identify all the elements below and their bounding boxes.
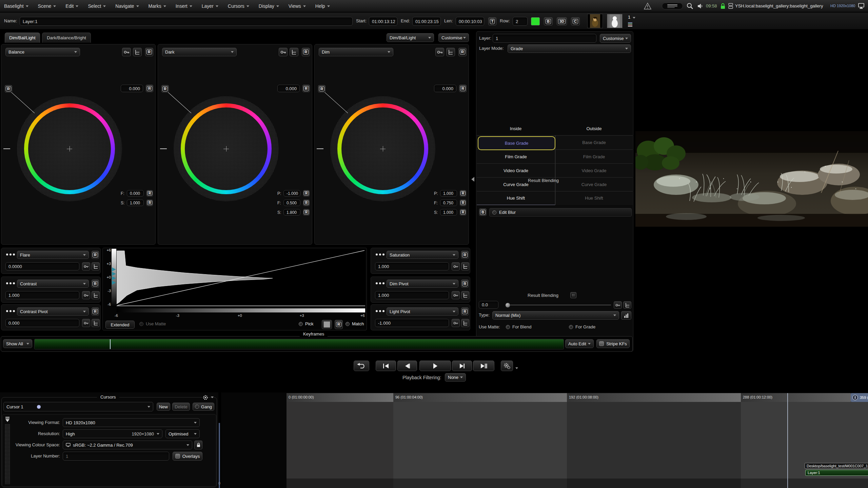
play-button[interactable] xyxy=(419,361,451,371)
param-value[interactable]: 1.000 xyxy=(440,209,457,216)
reset-button[interactable]: R xyxy=(461,307,469,316)
playback-settings-button[interactable] xyxy=(501,361,513,371)
resolution-select[interactable]: High1920×1080 xyxy=(63,429,162,438)
reset-button[interactable]: R xyxy=(460,200,466,206)
len-input[interactable]: 00:00:10:03 xyxy=(456,17,484,26)
reset-button[interactable]: R xyxy=(92,280,99,288)
for-grade-toggle[interactable]: For Grade xyxy=(569,324,595,329)
key-icon[interactable] xyxy=(82,291,90,299)
menu-marks[interactable]: Marks xyxy=(149,3,166,9)
grade-cell-inside-hue[interactable]: Hue Shift xyxy=(477,191,555,205)
chevron-down-icon[interactable] xyxy=(633,17,635,19)
clip-layer-bar[interactable]: Layer:1 xyxy=(805,470,868,476)
key-icon[interactable] xyxy=(82,319,90,327)
key-icon[interactable] xyxy=(452,319,460,327)
layer-number-input[interactable]: 1 xyxy=(63,452,169,461)
strip-dots-icon[interactable] xyxy=(376,282,384,284)
grade-cell-outside-curve[interactable]: Curve Grade xyxy=(555,178,633,191)
dim-pivot-select[interactable]: Dim Pivot xyxy=(387,280,458,288)
balance-master-value[interactable]: 0.000 xyxy=(121,85,143,92)
strip-dots-icon[interactable] xyxy=(376,310,384,312)
key-icon[interactable] xyxy=(279,48,288,56)
result-blending-options-icon[interactable] xyxy=(570,292,576,298)
master-reset-button[interactable]: R xyxy=(318,85,326,93)
menu-help[interactable]: Help xyxy=(315,3,330,9)
keyframe-playhead-line[interactable] xyxy=(110,339,111,349)
menu-layer[interactable]: Layer xyxy=(202,3,218,9)
stereo-3d-button[interactable]: 3D xyxy=(557,17,567,25)
playback-filtering-select[interactable]: None xyxy=(445,373,466,382)
contrast-select[interactable]: Contrast xyxy=(17,280,89,288)
param-value[interactable]: 0.500 xyxy=(283,200,300,206)
chevron-down-icon[interactable] xyxy=(515,367,518,369)
playhead-frame-box[interactable]: 359 (01:00:14:23) xyxy=(851,393,868,402)
undo-button[interactable] xyxy=(354,361,369,371)
reset-button[interactable]: R xyxy=(92,251,99,259)
row-input[interactable]: 2 xyxy=(513,17,528,26)
resolution-mode-select[interactable]: Optimised xyxy=(165,429,200,438)
strip-dots-icon[interactable] xyxy=(6,253,15,256)
cursor-gang-toggle[interactable]: Gang xyxy=(193,403,214,411)
gallery-layer-count[interactable]: 1 xyxy=(628,15,630,20)
end-input[interactable]: 01:00:23:15 xyxy=(412,17,441,26)
match-toggle[interactable]: Match xyxy=(346,321,364,326)
reset-button[interactable]: R xyxy=(92,307,99,316)
stripe-kfs-toggle[interactable]: Stripe KFs xyxy=(596,339,630,348)
curve-editor-icon[interactable] xyxy=(623,301,631,309)
keyframes-auto-edit-select[interactable]: Auto Edit xyxy=(565,339,594,348)
key-icon[interactable] xyxy=(435,48,444,56)
bypass-button[interactable]: B xyxy=(544,17,553,25)
curve-editor-icon[interactable] xyxy=(92,262,100,270)
search-icon[interactable] xyxy=(686,2,694,10)
overlays-toggle[interactable]: Overlays xyxy=(173,452,202,461)
master-slider-tick[interactable] xyxy=(317,148,323,149)
master-reset-button[interactable]: R xyxy=(5,85,12,93)
dim-pivot-value[interactable]: 1.000 xyxy=(375,291,449,299)
menu-navigate[interactable]: Navigate xyxy=(115,3,139,9)
menu-cursors[interactable]: Cursors xyxy=(228,3,249,9)
menu-edit[interactable]: Edit xyxy=(65,3,78,9)
reset-button[interactable]: R xyxy=(303,200,310,206)
cursors-scrollbar[interactable] xyxy=(219,423,220,488)
blend-type-select[interactable]: Normal (Mix) xyxy=(492,311,619,320)
warning-icon[interactable] xyxy=(644,2,652,10)
blend-amount-input[interactable]: 0.0 xyxy=(479,301,498,309)
name-input[interactable]: Layer:1 xyxy=(20,17,353,26)
viewing-format-select[interactable]: HD 1920x1080 xyxy=(63,418,200,427)
for-blend-toggle[interactable]: For Blend xyxy=(506,324,531,329)
pin-icon[interactable] xyxy=(4,416,11,423)
reset-button[interactable]: R xyxy=(146,85,153,92)
master-slider-tick[interactable] xyxy=(160,148,167,149)
param-value[interactable]: 1.000 xyxy=(440,190,457,197)
contrast-value[interactable]: 1.000 xyxy=(5,291,79,299)
curve-editor-icon[interactable] xyxy=(461,291,469,299)
keyframes-show-all-select[interactable]: Show All xyxy=(3,339,32,348)
gear-icon[interactable] xyxy=(201,394,210,401)
menu-baselight[interactable]: Baselight xyxy=(4,3,28,9)
gallery-thumbnail-colour[interactable] xyxy=(587,14,603,28)
grade-cell-outside-video[interactable]: Video Grade xyxy=(555,164,633,177)
extended-toggle[interactable]: Extended xyxy=(105,321,135,329)
light-pivot-value[interactable]: -1.000 xyxy=(375,319,449,327)
reset-button[interactable]: R xyxy=(458,48,467,56)
cursor-new-button[interactable]: New xyxy=(157,403,170,411)
pick-toggle[interactable]: Pick xyxy=(299,321,314,326)
tab-dim-bal-light[interactable]: Dim/Bal/Light xyxy=(5,33,40,43)
dark-wheel-select[interactable]: Dark xyxy=(162,48,237,56)
key-icon[interactable] xyxy=(82,262,90,270)
reset-button[interactable]: R xyxy=(461,280,469,288)
contrast-pivot-value[interactable]: 0.000 xyxy=(5,319,79,327)
param-value[interactable]: 1.800 xyxy=(283,209,300,216)
dim-wheel-select[interactable]: Dim xyxy=(319,48,393,56)
menu-insert[interactable]: Insert xyxy=(176,3,192,9)
timeline-ruler[interactable]: 0 (01:00:00:00) 96 (01:00:04:00) 192 (01… xyxy=(287,393,868,402)
drag-texture-strip[interactable] xyxy=(5,424,10,484)
timeline-playhead-line[interactable] xyxy=(787,393,788,488)
video-viewer[interactable] xyxy=(635,131,868,227)
edit-blur-bar[interactable]: Edit Blur xyxy=(489,208,632,217)
curve-editor-icon[interactable] xyxy=(92,319,100,327)
reset-button[interactable]: R xyxy=(302,48,310,56)
goto-end-button[interactable] xyxy=(473,361,494,371)
layer-customise-button[interactable]: Customise xyxy=(600,34,631,43)
flare-value[interactable]: 0.0000 xyxy=(5,262,79,270)
